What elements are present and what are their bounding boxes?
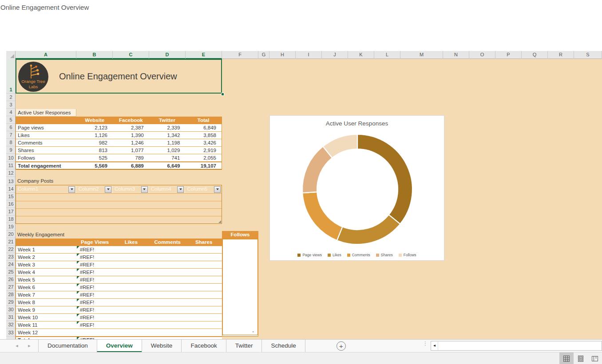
aur-metric-label[interactable]: Page views	[16, 124, 76, 131]
column-header-A[interactable]: A	[16, 51, 76, 59]
column-header-I[interactable]: I	[296, 51, 322, 59]
week-label[interactable]: Week 2	[16, 254, 77, 261]
aur-value-cell[interactable]: 2,123	[76, 124, 113, 131]
title-cell[interactable]: Orange Tree Labs Online Engagement Overv…	[16, 59, 222, 94]
filter-dropdown-button[interactable]	[141, 186, 148, 193]
aur-value-cell[interactable]: 741	[149, 154, 186, 161]
row-header-26[interactable]: 26	[6, 276, 16, 283]
week-comments-cell[interactable]	[149, 299, 186, 306]
week-pageviews-cell[interactable]: #REF!	[77, 314, 113, 321]
company-posts-header-4[interactable]: Column4	[149, 185, 186, 193]
tab-bar-more-icon[interactable]: ⋮	[423, 341, 427, 346]
week-likes-cell[interactable]	[113, 306, 150, 313]
company-posts-empty-row[interactable]	[16, 193, 222, 201]
aur-total-value[interactable]: 19,107	[185, 162, 222, 169]
page-break-view-button[interactable]	[588, 352, 602, 364]
aur-total-value[interactable]: 6,889	[113, 162, 149, 169]
donut-segment-page-views[interactable]	[357, 134, 412, 224]
row-header-10[interactable]: 10	[6, 154, 16, 162]
follows-column-block[interactable]: -	[222, 239, 258, 337]
company-posts-empty-row[interactable]	[16, 208, 222, 216]
row-header-31[interactable]: 31	[6, 313, 16, 321]
week-likes-cell[interactable]	[113, 314, 150, 321]
aur-total-value[interactable]: 6,649	[149, 162, 186, 169]
row-header-27[interactable]: 27	[6, 283, 16, 291]
filter-dropdown-button[interactable]	[68, 186, 75, 193]
week-shares-cell[interactable]	[186, 291, 222, 298]
active-user-responses-label[interactable]: Active User Responses	[16, 109, 76, 117]
column-header-J[interactable]: J	[322, 51, 348, 59]
week-label[interactable]: Week 1	[16, 246, 77, 253]
aur-header-blank[interactable]	[16, 117, 76, 124]
aur-metric-label[interactable]: Likes	[16, 132, 76, 139]
aur-value-cell[interactable]: 813	[76, 147, 113, 154]
row-header-19[interactable]: 19	[6, 223, 16, 231]
row-header-25[interactable]: 25	[6, 268, 16, 276]
aur-value-cell[interactable]: 6,849	[185, 124, 222, 131]
company-posts-empty-row[interactable]	[16, 201, 222, 208]
filter-dropdown-button[interactable]	[214, 186, 221, 193]
aur-metric-label[interactable]: Comments	[16, 139, 76, 146]
row-header-14[interactable]: 14	[6, 185, 16, 193]
week-shares-cell[interactable]	[186, 329, 222, 336]
column-header-B[interactable]: B	[76, 51, 113, 59]
aur-total-value[interactable]: 5,569	[76, 162, 113, 169]
weekly-header-page-views[interactable]: Page Views	[77, 239, 113, 246]
tab-twitter[interactable]: Twitter	[226, 340, 262, 352]
company-posts-header-2[interactable]: Column2	[76, 185, 113, 193]
week-comments-cell[interactable]	[149, 276, 186, 283]
tab-facebook[interactable]: Facebook	[181, 340, 226, 352]
column-header-M[interactable]: M	[400, 51, 443, 59]
week-likes-cell[interactable]	[113, 276, 150, 283]
week-comments-cell[interactable]	[149, 291, 186, 298]
aur-value-cell[interactable]: 1,198	[149, 139, 186, 146]
week-likes-cell[interactable]	[113, 321, 150, 329]
column-header-C[interactable]: C	[113, 51, 149, 59]
select-all-corner[interactable]	[6, 51, 16, 59]
horizontal-scrollbar[interactable]: ◄	[431, 341, 602, 351]
week-shares-cell[interactable]	[186, 276, 222, 283]
row-header-30[interactable]: 30	[6, 306, 16, 313]
aur-value-cell[interactable]: 1,390	[113, 132, 149, 139]
company-posts-empty-row[interactable]	[16, 216, 222, 223]
legend-item-comments[interactable]: Comments	[347, 253, 370, 257]
week-shares-cell[interactable]	[186, 254, 222, 261]
aur-total-label[interactable]: Total engagement	[16, 162, 76, 169]
tab-schedule[interactable]: Schedule	[261, 340, 305, 352]
tab-overview[interactable]: Overview	[97, 340, 142, 352]
week-likes-cell[interactable]	[113, 261, 150, 268]
row-header-11[interactable]: 11	[6, 162, 16, 169]
week-pageviews-cell[interactable]: #REF!	[77, 261, 113, 268]
table-resize-handle-icon[interactable]	[218, 220, 221, 223]
tab-website[interactable]: Website	[142, 340, 182, 352]
week-label[interactable]: Week 9	[16, 306, 77, 313]
row-header-2[interactable]: 2	[6, 94, 16, 101]
aur-value-cell[interactable]: 982	[76, 139, 113, 146]
legend-item-page-views[interactable]: Page views	[297, 253, 321, 257]
row-header-17[interactable]: 17	[6, 208, 16, 215]
week-label[interactable]: Week 3	[16, 261, 77, 268]
week-likes-cell[interactable]	[113, 254, 150, 261]
aur-value-cell[interactable]: 2,339	[149, 124, 186, 131]
row-header-28[interactable]: 28	[6, 291, 16, 298]
column-header-S[interactable]: S	[574, 51, 602, 59]
week-likes-cell[interactable]	[113, 246, 150, 253]
week-pageviews-cell[interactable]: #REF!	[77, 269, 113, 276]
scrollbar-track[interactable]	[438, 341, 602, 350]
week-shares-cell[interactable]	[186, 314, 222, 321]
company-posts-header-3[interactable]: Column3	[113, 185, 149, 193]
column-header-L[interactable]: L	[374, 51, 400, 59]
row-header-22[interactable]: 22	[6, 246, 16, 253]
aur-value-cell[interactable]: 789	[113, 154, 149, 161]
follows-column-header[interactable]: Follows	[222, 231, 258, 239]
week-likes-cell[interactable]	[113, 299, 150, 306]
row-header-7[interactable]: 7	[6, 131, 16, 139]
column-header-Q[interactable]: Q	[522, 51, 548, 59]
column-header-P[interactable]: P	[495, 51, 522, 59]
row-header-8[interactable]: 8	[6, 139, 16, 146]
column-header-E[interactable]: E	[186, 51, 222, 59]
new-sheet-button[interactable]: +	[337, 341, 346, 351]
week-comments-cell[interactable]	[149, 246, 186, 253]
week-shares-cell[interactable]	[186, 246, 222, 253]
week-shares-cell[interactable]	[186, 269, 222, 276]
